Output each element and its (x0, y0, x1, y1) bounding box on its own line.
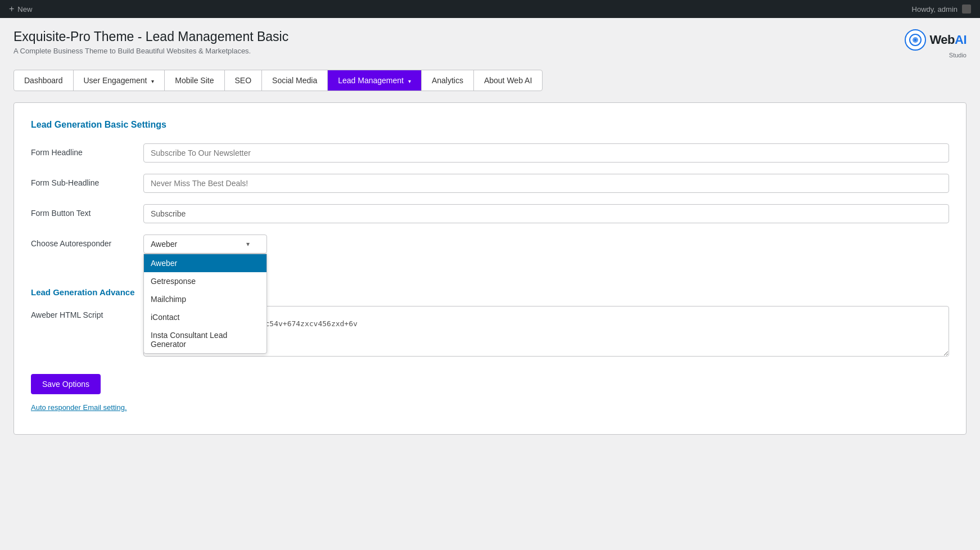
webai-brand-text: WebAI (929, 33, 967, 47)
form-button-text-input[interactable] (143, 204, 949, 223)
form-headline-field (143, 143, 949, 163)
dropdown-item-aweber[interactable]: Aweber (144, 254, 267, 272)
dropdown-item-mailchimp[interactable]: Mailchimp (144, 290, 267, 308)
autoresponder-selected-value: Aweber (151, 240, 177, 249)
admin-avatar (962, 4, 971, 13)
webai-logo: WebAI Studio (905, 29, 967, 58)
admin-bar-right: Howdy, admin (912, 4, 971, 13)
svg-point-2 (914, 39, 916, 41)
page-wrap: Exquisite-Pro Theme - Lead Management Ba… (0, 18, 980, 446)
admin-bar: + New Howdy, admin (0, 0, 980, 18)
chevron-down-icon: ▾ (151, 78, 154, 84)
tab-navigation: Dashboard User Engagement ▾ Mobile Site … (13, 70, 543, 91)
choose-autoresponder-label: Choose Autoresponder (31, 235, 143, 248)
content-panel: Lead Generation Basic Settings Form Head… (13, 102, 967, 435)
dropdown-item-getresponse[interactable]: Getresponse (144, 272, 267, 290)
form-headline-label: Form Headline (31, 143, 143, 157)
form-button-text-label: Form Button Text (31, 204, 143, 218)
auto-responder-link-wrap: Auto responder Email setting. (31, 394, 949, 412)
form-subheadline-row: Form Sub-Headline (31, 174, 949, 193)
form-button-text-field (143, 204, 949, 223)
tab-mobile-site[interactable]: Mobile Site (165, 70, 224, 91)
tab-seo[interactable]: SEO (225, 70, 263, 91)
autoresponder-select[interactable]: Aweber ▾ (143, 235, 267, 254)
autoresponder-field: Aweber ▾ Aweber Getresponse Mailchimp iC… (143, 235, 267, 254)
aweber-script-label: Aweber HTML Script (31, 306, 143, 319)
webai-logo-row: WebAI (905, 29, 967, 51)
tab-user-engagement[interactable]: User Engagement ▾ (74, 70, 165, 91)
page-title: Exquisite-Pro Theme - Lead Management Ba… (13, 29, 288, 44)
webai-sub-label: Studio (949, 52, 967, 58)
autoresponder-dropdown: Aweber Getresponse Mailchimp iContact In… (143, 254, 267, 354)
choose-autoresponder-row: Choose Autoresponder Aweber ▾ Aweber Get… (31, 235, 949, 254)
dropdown-item-insta-consultant[interactable]: Insta Consultant Lead Generator (144, 326, 267, 353)
webai-circle-icon (905, 29, 926, 51)
form-headline-row: Form Headline (31, 143, 949, 163)
admin-bar-left: + New (9, 4, 32, 14)
form-subheadline-input[interactable] (143, 174, 949, 193)
chevron-down-icon-lead: ▾ (408, 78, 411, 84)
auto-responder-email-link[interactable]: Auto responder Email setting. (31, 403, 127, 412)
form-subheadline-label: Form Sub-Headline (31, 174, 143, 187)
save-options-button[interactable]: Save Options (31, 374, 101, 394)
form-subheadline-field (143, 174, 949, 193)
header-text: Exquisite-Pro Theme - Lead Management Ba… (13, 29, 288, 55)
tab-about-web-ai[interactable]: About Web AI (474, 70, 542, 91)
tab-dashboard[interactable]: Dashboard (14, 70, 74, 91)
page-header: Exquisite-Pro Theme - Lead Management Ba… (13, 29, 967, 58)
tab-social-media[interactable]: Social Media (262, 70, 328, 91)
basic-settings-title: Lead Generation Basic Settings (31, 120, 949, 130)
select-chevron-icon: ▾ (246, 240, 250, 248)
tab-lead-management[interactable]: Lead Management ▾ (328, 70, 422, 91)
plus-icon: + (9, 4, 14, 14)
tab-analytics[interactable]: Analytics (422, 70, 474, 91)
howdy-label: Howdy, admin (912, 5, 958, 13)
form-headline-input[interactable] (143, 143, 949, 163)
form-button-text-row: Form Button Text (31, 204, 949, 223)
dropdown-item-icontact[interactable]: iContact (144, 308, 267, 326)
new-label[interactable]: New (17, 5, 32, 13)
page-subtitle: A Complete Business Theme to Build Beaut… (13, 47, 288, 55)
